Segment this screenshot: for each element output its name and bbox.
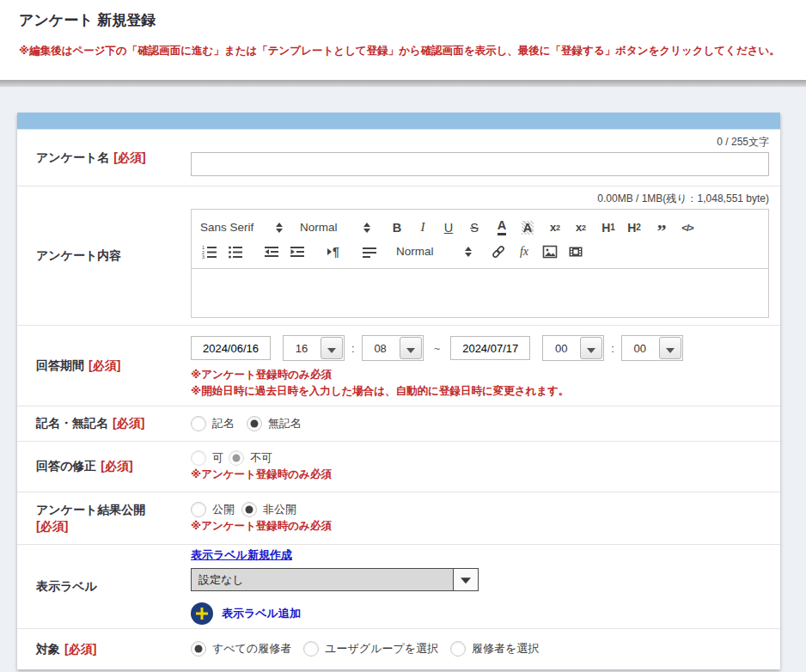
insert-image-button[interactable] bbox=[540, 241, 559, 262]
add-display-label-button[interactable] bbox=[191, 602, 213, 625]
ordered-list-icon: 123 bbox=[202, 244, 217, 260]
radio-named[interactable] bbox=[191, 416, 206, 431]
period-label: 回答期間 bbox=[36, 357, 84, 374]
insert-video-button[interactable] bbox=[566, 241, 585, 262]
survey-form-panel: アンケート名 [必須] 0 / 255文字 アンケート内容 0.00MB / 1… bbox=[17, 113, 780, 669]
period-note-1: ※アンケート登録時のみ必須 bbox=[191, 368, 769, 382]
page-content: アンケート名 [必須] 0 / 255文字 アンケート内容 0.00MB / 1… bbox=[0, 87, 806, 672]
required-badge: [必須] bbox=[64, 641, 96, 657]
font-select[interactable]: Sans Serif bbox=[200, 221, 283, 234]
header1-button[interactable]: H1 bbox=[599, 217, 618, 238]
align-button[interactable] bbox=[360, 241, 379, 262]
text-direction-button[interactable]: ¶ bbox=[324, 241, 343, 262]
bold-button[interactable]: B bbox=[388, 217, 406, 238]
display-label-select[interactable]: 設定なし bbox=[191, 568, 479, 591]
outdent-button[interactable] bbox=[262, 241, 281, 262]
panel-accent-bar bbox=[17, 113, 780, 129]
background-color-button[interactable]: A bbox=[518, 217, 537, 238]
page-header: アンケート 新規登録 ※編集後はページ下の「確認画面に進む」または「テンプレート… bbox=[0, 0, 806, 80]
create-display-label-link[interactable]: 表示ラベル新規作成 bbox=[191, 547, 292, 563]
italic-button[interactable]: I bbox=[413, 217, 432, 238]
radio-correction-not-allowed[interactable] bbox=[229, 450, 244, 466]
size-counter: 0.00MB / 1MB(残り：1,048,551 byte) bbox=[597, 192, 769, 206]
add-display-label-link[interactable]: 表示ラベル追加 bbox=[222, 606, 301, 621]
video-icon bbox=[568, 244, 583, 260]
naming-label: 記名・無記名 bbox=[36, 415, 108, 431]
row-survey-name: アンケート名 [必須] 0 / 255文字 bbox=[17, 129, 780, 186]
link-button[interactable] bbox=[489, 241, 508, 262]
publication-note: ※アンケート登録時のみ必須 bbox=[191, 519, 769, 534]
required-badge: [必須] bbox=[101, 458, 132, 474]
strikethrough-button[interactable]: S bbox=[465, 217, 484, 238]
updown-arrows-icon bbox=[363, 223, 370, 233]
style-select[interactable]: Normal bbox=[396, 245, 472, 258]
required-badge: [必須] bbox=[36, 519, 68, 533]
size-select[interactable]: Normal bbox=[300, 221, 370, 234]
background-color-icon: A bbox=[522, 221, 534, 235]
updown-arrows-icon bbox=[465, 247, 472, 257]
radio-private[interactable] bbox=[241, 502, 257, 517]
survey-name-label: アンケート名 bbox=[36, 150, 109, 166]
header2-button[interactable]: H2 bbox=[625, 217, 644, 238]
radio-user-group[interactable] bbox=[303, 641, 319, 657]
radio-select-students[interactable] bbox=[450, 641, 466, 657]
ordered-list-button[interactable]: 123 bbox=[200, 241, 219, 262]
correction-label: 回答の修正 bbox=[36, 458, 96, 474]
subscript-button[interactable]: x2 bbox=[546, 217, 565, 238]
dropdown-arrow-icon[interactable] bbox=[659, 337, 681, 359]
dropdown-arrow-icon[interactable] bbox=[321, 337, 343, 359]
char-counter: 0 / 255文字 bbox=[717, 135, 769, 150]
text-color-icon: A bbox=[498, 219, 506, 235]
display-label-label: 表示ラベル bbox=[36, 578, 97, 595]
row-correction: 回答の修正 [必須] 可 不可 ※アンケート登録時のみ必須 bbox=[17, 441, 780, 492]
row-target: 対象 [必須] すべての履修者 ユーザグループを選択 履修者を選択 bbox=[17, 628, 780, 669]
svg-text:3: 3 bbox=[202, 254, 205, 260]
outdent-icon bbox=[264, 244, 279, 260]
radio-anonymous[interactable] bbox=[247, 416, 262, 431]
blockquote-button[interactable]: ” bbox=[652, 217, 671, 238]
formula-button[interactable]: fx bbox=[515, 241, 534, 262]
end-hour-select[interactable]: 00 bbox=[542, 335, 604, 361]
direction-triangle-icon bbox=[327, 248, 332, 255]
dropdown-arrow-icon[interactable] bbox=[580, 337, 602, 359]
radio-all-students[interactable] bbox=[191, 641, 206, 657]
editor-toolbar: Sans Serif Normal B I U S A A x2 bbox=[191, 209, 769, 269]
row-response-period: 回答期間 [必須] 16 : 08 ~ bbox=[17, 325, 780, 406]
code-block-button[interactable]: </> bbox=[678, 217, 697, 238]
dropdown-arrow-icon[interactable] bbox=[400, 337, 422, 359]
editor-content-area[interactable] bbox=[191, 269, 769, 318]
radio-public[interactable] bbox=[191, 502, 206, 517]
row-publication: アンケート結果公開 [必須] 公開 非公開 ※アンケート登録時のみ必須 bbox=[17, 492, 780, 544]
indent-button[interactable] bbox=[288, 241, 307, 262]
survey-content-label: アンケート内容 bbox=[36, 247, 121, 264]
row-display-label: 表示ラベル 表示ラベル新規作成 設定なし 表示ラベル追加 bbox=[17, 544, 780, 628]
align-icon bbox=[362, 244, 377, 260]
start-date-input[interactable] bbox=[191, 336, 271, 360]
row-survey-content: アンケート内容 0.00MB / 1MB(残り：1,048,551 byte) … bbox=[17, 186, 780, 325]
start-minute-select[interactable]: 08 bbox=[362, 335, 424, 361]
underline-button[interactable]: U bbox=[439, 217, 458, 238]
survey-name-input[interactable] bbox=[191, 152, 769, 176]
updown-arrows-icon bbox=[276, 223, 283, 233]
start-hour-select[interactable]: 16 bbox=[283, 335, 345, 361]
correction-note: ※アンケート登録時のみ必須 bbox=[191, 467, 769, 482]
required-badge: [必須] bbox=[113, 150, 145, 166]
edit-warning-text: ※編集後はページ下の「確認画面に進む」または「テンプレートとして登録」から確認画… bbox=[19, 44, 780, 58]
page-title: アンケート 新規登録 bbox=[19, 10, 156, 30]
row-naming: 記名・無記名 [必須] 記名 無記名 bbox=[17, 406, 780, 441]
bullet-list-icon bbox=[228, 244, 243, 260]
range-tilde: ~ bbox=[434, 342, 441, 355]
superscript-button[interactable]: x2 bbox=[571, 217, 590, 238]
required-badge: [必須] bbox=[89, 357, 120, 374]
bullet-list-button[interactable] bbox=[226, 241, 245, 262]
end-date-input[interactable] bbox=[450, 336, 530, 360]
image-icon bbox=[542, 244, 558, 260]
target-label: 対象 bbox=[36, 641, 60, 657]
required-badge: [必須] bbox=[113, 415, 144, 431]
text-color-button[interactable]: A bbox=[492, 217, 511, 238]
indent-icon bbox=[290, 244, 305, 260]
radio-correction-allowed[interactable] bbox=[191, 450, 206, 466]
publication-label: アンケート結果公開 bbox=[36, 503, 145, 516]
end-minute-select[interactable]: 00 bbox=[621, 335, 683, 361]
link-icon bbox=[491, 244, 506, 260]
